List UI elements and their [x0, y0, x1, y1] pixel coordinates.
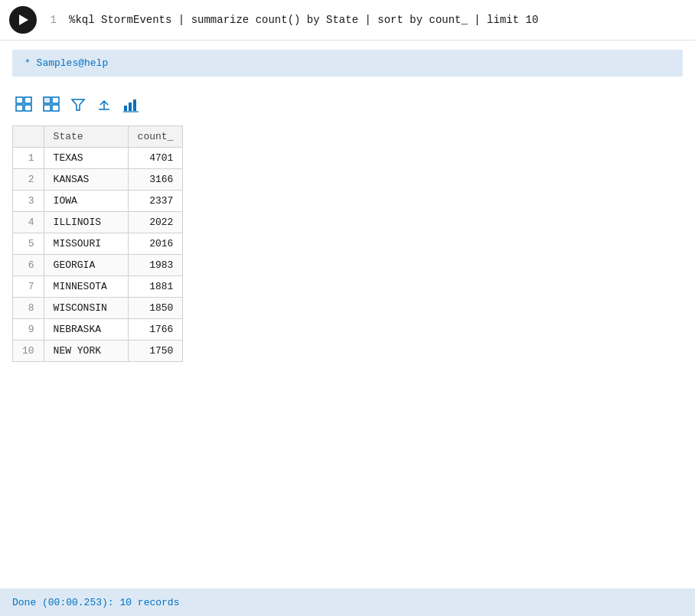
- info-text: * Samples@help: [24, 57, 108, 69]
- cell-state: GEORGIA: [44, 255, 128, 276]
- svg-rect-3: [24, 105, 31, 111]
- query-text[interactable]: %kql StormEvents | summarize count() by …: [69, 14, 538, 26]
- svg-rect-0: [16, 97, 23, 103]
- export-icon[interactable]: [93, 96, 115, 118]
- chart-icon[interactable]: [119, 96, 142, 118]
- cell-count: 1766: [128, 319, 183, 341]
- cell-count: 1881: [128, 276, 183, 298]
- cell-state: ILLINOIS: [44, 212, 128, 233]
- cell-count: 2016: [128, 233, 183, 255]
- status-bar: Done (00:00.253): 10 records: [0, 588, 695, 616]
- svg-rect-4: [44, 97, 51, 103]
- cell-count: 1850: [128, 298, 183, 319]
- run-icon: [19, 15, 28, 25]
- table-row: 2KANSAS3166: [13, 169, 183, 191]
- cell-state: TEXAS: [44, 148, 128, 169]
- filter-icon[interactable]: [67, 96, 89, 118]
- cell-rownum: 10: [13, 341, 44, 362]
- toolbar: [12, 95, 683, 118]
- cell-rownum: 4: [13, 212, 44, 233]
- svg-rect-1: [16, 105, 23, 111]
- cell-count: 2337: [128, 191, 183, 212]
- table-row: 5MISSOURI2016: [13, 233, 183, 255]
- table-row: 7MINNESOTA1881: [13, 276, 183, 298]
- cell-state: MISSOURI: [44, 233, 128, 255]
- cell-count: 4701: [128, 148, 183, 169]
- cell-state: NEBRASKA: [44, 319, 128, 341]
- table-row: 4ILLINOIS2022: [13, 212, 183, 233]
- table-row: 8WISCONSIN1850: [13, 298, 183, 319]
- cell-rownum: 9: [13, 319, 44, 341]
- cell-state: KANSAS: [44, 169, 128, 191]
- col-header-count[interactable]: count_: [128, 126, 183, 148]
- status-text: Done (00:00.253): 10 records: [12, 597, 179, 608]
- results-table: State count_ 1TEXAS47012KANSAS31663IOWA2…: [12, 125, 183, 362]
- svg-rect-7: [52, 105, 59, 111]
- run-button[interactable]: [9, 6, 37, 34]
- cell-rownum: 8: [13, 298, 44, 319]
- cell-rownum: 5: [13, 233, 44, 255]
- cell-rownum: 2: [13, 169, 44, 191]
- col-header-state[interactable]: State: [44, 126, 128, 148]
- svg-rect-11: [129, 103, 132, 111]
- results-area: State count_ 1TEXAS47012KANSAS31663IOWA2…: [0, 86, 695, 371]
- svg-rect-2: [24, 97, 31, 103]
- cell-state: MINNESOTA: [44, 276, 128, 298]
- table-row: 6GEORGIA1983: [13, 255, 183, 276]
- table-row: 10NEW YORK1750: [13, 341, 183, 362]
- svg-rect-10: [124, 106, 127, 111]
- cell-count: 2022: [128, 212, 183, 233]
- info-bar: * Samples@help: [12, 50, 683, 77]
- col-header-rownum: [13, 126, 44, 148]
- table-view-icon[interactable]: [12, 95, 35, 118]
- editor-area: 1 %kql StormEvents | summarize count() b…: [0, 0, 695, 41]
- cell-rownum: 1: [13, 148, 44, 169]
- cell-rownum: 6: [13, 255, 44, 276]
- svg-marker-8: [72, 99, 84, 110]
- table-row: 1TEXAS4701: [13, 148, 183, 169]
- cell-state: IOWA: [44, 191, 128, 212]
- svg-rect-12: [133, 99, 136, 111]
- cell-state: NEW YORK: [44, 341, 128, 362]
- pivot-view-icon[interactable]: [40, 95, 63, 118]
- cell-rownum: 3: [13, 191, 44, 212]
- cell-count: 1750: [128, 341, 183, 362]
- svg-rect-5: [44, 105, 51, 111]
- table-row: 9NEBRASKA1766: [13, 319, 183, 341]
- table-row: 3IOWA2337: [13, 191, 183, 212]
- cell-rownum: 7: [13, 276, 44, 298]
- cell-state: WISCONSIN: [44, 298, 128, 319]
- cell-count: 3166: [128, 169, 183, 191]
- cell-count: 1983: [128, 255, 183, 276]
- line-number: 1: [46, 14, 69, 26]
- svg-rect-6: [52, 97, 59, 103]
